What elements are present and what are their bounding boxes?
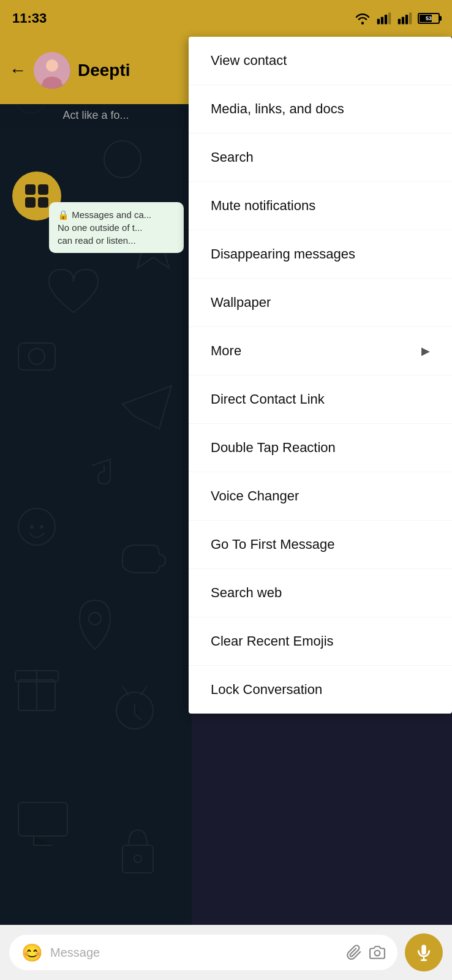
svg-rect-1 xyxy=(381,17,383,24)
svg-point-19 xyxy=(30,525,34,529)
menu-item-label-clear-recent-emojis: Clear Recent Emojis xyxy=(211,633,334,649)
svg-rect-4 xyxy=(398,19,401,24)
chat-background: Act like a fo... 🔒 Messages and ca... No… xyxy=(0,37,192,943)
sub-header-bar: Act like a fo... xyxy=(0,104,192,127)
mic-icon xyxy=(415,943,433,962)
svg-point-20 xyxy=(40,525,43,529)
back-button[interactable]: ← xyxy=(9,61,26,80)
contact-name[interactable]: Deepti xyxy=(78,61,130,80)
battery-icon: 53 xyxy=(418,13,440,24)
svg-rect-3 xyxy=(388,12,391,24)
menu-item-label-lock-conversation: Lock Conversation xyxy=(211,682,322,698)
svg-rect-6 xyxy=(405,15,408,24)
menu-item-disappearing-messages[interactable]: Disappearing messages xyxy=(189,230,452,279)
menu-item-wallpaper[interactable]: Wallpaper xyxy=(189,279,452,327)
menu-item-lock-conversation[interactable]: Lock Conversation xyxy=(189,666,452,714)
menu-item-label-go-to-first-message: Go To First Message xyxy=(211,537,335,552)
menu-item-label-direct-contact-link: Direct Contact Link xyxy=(211,391,325,407)
status-icons: 53 xyxy=(354,12,440,24)
svg-rect-29 xyxy=(421,945,426,955)
svg-point-9 xyxy=(46,59,58,72)
menu-item-more[interactable]: More▶ xyxy=(189,327,452,375)
menu-item-label-view-contact: View contact xyxy=(211,53,287,69)
svg-rect-25 xyxy=(18,802,67,836)
message-input-field[interactable]: 😊 Message xyxy=(9,935,397,970)
menu-item-label-disappearing-messages: Disappearing messages xyxy=(211,246,355,262)
svg-point-21 xyxy=(89,612,101,625)
svg-rect-0 xyxy=(377,19,380,24)
menu-item-voice-changer[interactable]: Voice Changer xyxy=(189,472,452,521)
svg-point-28 xyxy=(375,951,380,956)
message-placeholder: Message xyxy=(50,946,339,960)
icon-cell-3 xyxy=(25,197,36,208)
chevron-right-icon: ▶ xyxy=(421,344,430,358)
menu-item-view-contact[interactable]: View contact xyxy=(189,37,452,85)
svg-rect-26 xyxy=(122,845,153,873)
avatar-image xyxy=(34,52,70,89)
menu-item-label-search-web: Search web xyxy=(211,585,282,601)
svg-rect-5 xyxy=(402,17,404,24)
emoji-button[interactable]: 😊 xyxy=(21,943,43,963)
menu-item-label-mute-notifications: Mute notifications xyxy=(211,198,315,214)
wifi-icon xyxy=(354,12,371,24)
encryption-text: 🔒 Messages and ca... No one outside of t… xyxy=(58,209,151,246)
signal-icon-2 xyxy=(397,12,413,24)
svg-rect-16 xyxy=(18,343,55,370)
dropdown-menu: View contactMedia, links, and docsSearch… xyxy=(189,37,452,714)
menu-item-go-to-first-message[interactable]: Go To First Message xyxy=(189,521,452,569)
menu-item-clear-recent-emojis[interactable]: Clear Recent Emojis xyxy=(189,617,452,666)
menu-item-label-search: Search xyxy=(211,149,254,165)
menu-item-mute-notifications[interactable]: Mute notifications xyxy=(189,182,452,230)
sub-header-text: Act like a fo... xyxy=(62,109,129,121)
camera-icon[interactable] xyxy=(369,944,385,960)
chat-header: ← Deepti xyxy=(0,37,192,104)
menu-item-label-wallpaper: Wallpaper xyxy=(211,295,271,311)
mic-button[interactable] xyxy=(405,933,443,971)
menu-item-label-voice-changer: Voice Changer xyxy=(211,488,299,504)
attachment-icon[interactable] xyxy=(346,944,362,960)
menu-item-media-links-docs[interactable]: Media, links, and docs xyxy=(189,85,452,134)
svg-rect-7 xyxy=(409,12,412,24)
svg-point-27 xyxy=(134,855,141,862)
icon-cell-2 xyxy=(38,184,48,195)
menu-item-double-tap-reaction[interactable]: Double Tap Reaction xyxy=(189,424,452,472)
svg-point-17 xyxy=(29,349,45,364)
encryption-bubble: 🔒 Messages and ca... No one outside of t… xyxy=(49,202,184,253)
icon-cell-1 xyxy=(25,184,36,195)
menu-item-label-more: More xyxy=(211,343,241,359)
status-bar: 11:33 53 xyxy=(0,0,452,37)
battery-level: 53 xyxy=(426,15,432,21)
signal-icon-1 xyxy=(376,12,392,24)
menu-item-search-web[interactable]: Search web xyxy=(189,569,452,617)
status-time: 11:33 xyxy=(12,10,47,26)
avatar[interactable] xyxy=(34,52,70,89)
menu-item-direct-contact-link[interactable]: Direct Contact Link xyxy=(189,375,452,424)
menu-item-search[interactable]: Search xyxy=(189,134,452,182)
icon-grid xyxy=(25,184,48,208)
svg-point-13 xyxy=(104,141,141,178)
menu-item-label-double-tap-reaction: Double Tap Reaction xyxy=(211,440,336,456)
icon-cell-4 xyxy=(38,197,48,208)
input-bar: 😊 Message xyxy=(0,925,452,980)
menu-item-label-media-links-docs: Media, links, and docs xyxy=(211,101,344,117)
svg-point-18 xyxy=(18,508,55,545)
svg-rect-2 xyxy=(385,15,387,24)
